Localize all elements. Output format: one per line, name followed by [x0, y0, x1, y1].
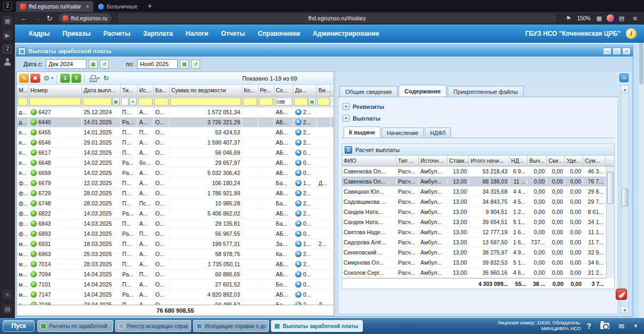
scroll-up-icon[interactable]: ▲: [621, 86, 629, 93]
start-button[interactable]: Пуск: [3, 320, 35, 332]
calc-row[interactable]: Сандюк Ната...Расч...Амбул...13,0039 654…: [342, 217, 606, 227]
filter-cell[interactable]: [170, 97, 242, 107]
column-header[interactable]: НД...: [510, 156, 528, 166]
refresh-icon[interactable]: ↻: [44, 13, 55, 23]
filter-cell[interactable]: ▦: [293, 97, 317, 107]
taskbar-item[interactable]: Исходящие справки о до...: [193, 320, 269, 332]
print-icon[interactable]: [88, 74, 98, 83]
mail-icon[interactable]: ✉: [618, 322, 624, 330]
sidebar-play-icon[interactable]: ▶: [3, 30, 12, 40]
date-to-input[interactable]: Нояб 2025: [137, 59, 178, 69]
column-header[interactable]: Со...: [274, 85, 293, 96]
minimize-button[interactable]: —: [603, 47, 611, 55]
filter-cell[interactable]: [29, 97, 82, 107]
calc-row[interactable]: Савенкова Ол...Расч...Амбул...13,0088 18…: [342, 177, 606, 187]
print-caret-icon[interactable]: ▾: [98, 76, 100, 81]
payment-row[interactable]: ф...✓667912.02.2025П...А...О...106 180,2…: [17, 178, 333, 188]
menu-item[interactable]: Налоги: [179, 30, 215, 37]
payment-row[interactable]: м...✓701428.03.2025П...А...О...1 735 050…: [17, 259, 333, 269]
menu-item[interactable]: Приказы: [56, 30, 97, 37]
menu-item[interactable]: Кадры: [22, 30, 56, 37]
payment-row[interactable]: ф...✓682214.03.2025Ра...А...О...5 406 86…: [17, 209, 333, 219]
filter-input[interactable]: [154, 98, 169, 106]
forward-icon[interactable]: →: [31, 13, 43, 23]
date-to-reset-icon[interactable]: ↺: [191, 60, 200, 69]
import-icon[interactable]: ⇑: [71, 74, 81, 83]
scroll-thumb[interactable]: [607, 172, 614, 204]
column-header[interactable]: Сум...: [583, 156, 606, 166]
browser-tab[interactable]: Больничные: [94, 1, 142, 12]
column-header[interactable]: Источн...: [419, 156, 448, 166]
tab-counter-badge[interactable]: 2: [3, 2, 12, 10]
payment-row[interactable]: д...✓642725.12.2024П...А...О...1 572 051…: [17, 107, 333, 117]
tab-close-icon[interactable]: ×: [86, 3, 89, 10]
column-header[interactable]: Сумма по ведомости: [170, 85, 242, 96]
payment-row[interactable]: м...✓709414.04.2025Ра...П...О...60 886,6…: [17, 269, 333, 280]
calc-row[interactable]: Сидорова Алё...Расч...Амбул...13,0013 59…: [342, 237, 606, 248]
filter-input[interactable]: [29, 98, 81, 106]
calc-row[interactable]: Садовщикова ...Расч...Амбул...13,0034 84…: [342, 197, 606, 207]
column-header[interactable]: Номер: [29, 85, 82, 96]
help-icon[interactable]: ?: [587, 322, 592, 330]
payment-row[interactable]: ф...✓689314.03.2025Ра...П...О...56 967,5…: [17, 229, 333, 239]
payment-row[interactable]: я...✓645514.01.2025П...П...О...53 424,53…: [17, 128, 333, 138]
filter-cell[interactable]: [154, 97, 170, 107]
payment-row[interactable]: я...✓654629.01.2025П...А...О...1 590 407…: [17, 138, 333, 148]
export-icon[interactable]: ⇓: [60, 74, 70, 83]
filter-input[interactable]: [121, 98, 129, 106]
calc-row[interactable]: Святова Наде...Расч...Амбул...13,0012 77…: [342, 227, 606, 237]
gear-icon[interactable]: ⚙: [42, 74, 51, 83]
filter-input[interactable]: [83, 98, 112, 106]
filter-input[interactable]: [259, 98, 273, 106]
edit-icon[interactable]: ✎: [19, 74, 29, 83]
column-header[interactable]: Итого начи...: [469, 156, 510, 166]
filter-cell[interactable]: [17, 97, 29, 107]
column-header[interactable]: Тип ...: [396, 156, 419, 166]
payment-subtab[interactable]: НДФЛ: [425, 128, 451, 138]
payment-row[interactable]: ф...✓674828.02.2025П...Пс...О...10 985,2…: [17, 198, 333, 209]
column-header[interactable]: Ис...: [138, 85, 154, 96]
filter-input[interactable]: [138, 98, 153, 106]
column-header[interactable]: Да...: [293, 85, 317, 96]
alert-icon[interactable]: [616, 289, 627, 300]
calc-row[interactable]: Савенкова Ол...Расч...Амбул...13,0053 21…: [342, 166, 606, 177]
bookmark-flag-icon[interactable]: ⚑: [562, 13, 574, 23]
filter-input[interactable]: [294, 98, 308, 106]
profile-avatar[interactable]: [607, 14, 614, 22]
extensions-icon[interactable]: ▦: [593, 13, 605, 23]
zoom-level[interactable]: 150%: [576, 15, 592, 21]
calc-row[interactable]: Савицкая Юл...Расч...Амбул...13,0034 315…: [342, 187, 606, 197]
date-from-reset-icon[interactable]: ↺: [100, 60, 109, 69]
payment-row[interactable]: д...✓644014.01.2025Ра...А...О...3 726 32…: [17, 117, 333, 128]
filter-input[interactable]: [170, 98, 241, 106]
refresh-grid-icon[interactable]: ↻: [101, 74, 111, 83]
detail-tab[interactable]: Содержание: [399, 85, 447, 97]
calendar-icon[interactable]: ▦: [308, 98, 316, 106]
sidebar-profile-icon[interactable]: [4, 58, 11, 66]
payment-subtab[interactable]: Начисление: [381, 128, 424, 138]
column-header[interactable]: ФИО: [342, 156, 396, 166]
filter-input[interactable]: [243, 98, 257, 106]
column-header[interactable]: М...: [17, 85, 29, 96]
column-header[interactable]: Ви...: [317, 85, 331, 96]
menu-item[interactable]: Зарплата: [137, 30, 179, 37]
gear-caret-icon[interactable]: ▾: [51, 76, 53, 81]
payment-row[interactable]: я...✓664814.02.2025Ра...бо...О...29 657,…: [17, 158, 333, 168]
filter-cell[interactable]: [317, 97, 331, 107]
filter-cell[interactable]: [138, 97, 154, 107]
column-header[interactable]: Уде...: [565, 156, 583, 166]
payment-row[interactable]: м...✓696325.03.2025П...А...О...58 978,75…: [17, 249, 333, 259]
taskbar-item[interactable]: Выплаты заработной платы: [271, 320, 363, 332]
filter-cell[interactable]: [242, 97, 258, 107]
filter-input[interactable]: сав: [275, 98, 292, 106]
section-payments[interactable]: ▼ Выплаты: [343, 115, 615, 122]
menu-item[interactable]: Администрирование: [306, 30, 385, 37]
filter-cell[interactable]: сав: [274, 97, 293, 107]
requisites-collapse-icon[interactable]: ▼: [343, 103, 349, 110]
payment-row[interactable]: м...✓693118.03.2025П...А...О...199 577,3…: [17, 239, 333, 249]
restore-button[interactable]: □: [613, 47, 621, 55]
sidebar-toggle-icon[interactable]: ▤: [616, 13, 627, 23]
camera-icon[interactable]: [600, 323, 609, 329]
delete-icon[interactable]: ✖: [30, 74, 40, 83]
calc-row[interactable]: Синяговский ...Расч...Амбул...13,0038 27…: [342, 248, 606, 258]
